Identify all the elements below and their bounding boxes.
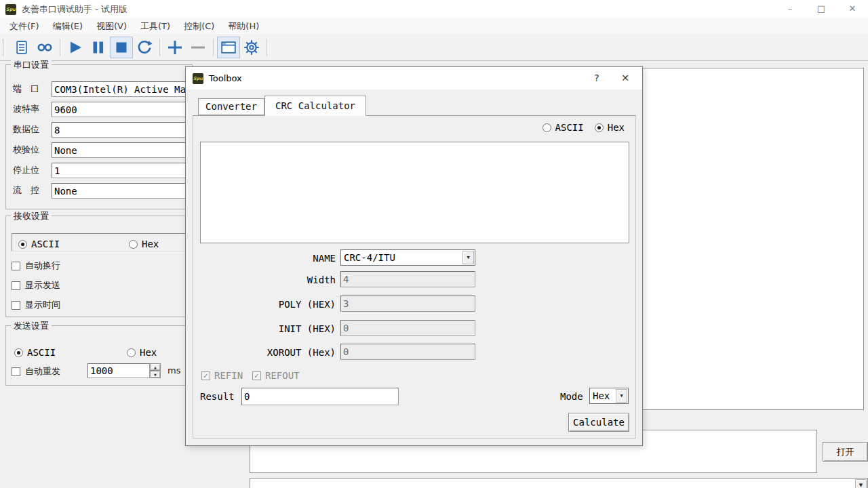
mode-combobox[interactable]: Hex ▼	[589, 388, 629, 404]
checkbox-icon: ✓	[252, 371, 261, 380]
menu-view[interactable]: 视图(V)	[90, 20, 134, 33]
parity-label: 校验位	[13, 144, 39, 156]
pause-icon	[90, 39, 106, 56]
open-button[interactable]: 打开	[823, 442, 868, 462]
settings-button[interactable]	[241, 37, 262, 58]
checkbox-icon: ✓	[12, 367, 20, 376]
show-send-checkbox[interactable]: ✓ 显示发送	[12, 279, 60, 291]
stop-button[interactable]	[111, 37, 132, 58]
spin-down-button[interactable]: ▼	[150, 371, 161, 378]
zoom-out-button[interactable]	[187, 37, 209, 58]
play-button[interactable]	[64, 37, 86, 58]
stopbits-field[interactable]	[52, 163, 191, 178]
init-field	[340, 320, 475, 336]
send-history-combobox[interactable]: ▼	[250, 478, 868, 488]
record-button[interactable]	[34, 37, 56, 58]
refresh-button[interactable]	[134, 37, 155, 58]
play-icon	[67, 39, 83, 56]
receive-ascii-label: ASCII	[31, 239, 60, 249]
app-window: Spu 友善串口调试助手 - 试用版 – □ ✕ 文件(F) 编辑(E) 视图(…	[0, 0, 868, 488]
baudrate-field[interactable]	[52, 102, 191, 117]
interval-unit-label: ms	[167, 365, 180, 375]
refin-label: REFIN	[214, 370, 243, 381]
tab-crc-calculator[interactable]: CRC Calculator	[264, 96, 366, 116]
auto-resend-label: 自动重发	[25, 365, 60, 378]
toolbox-title: Toolbox	[209, 73, 242, 83]
receive-hex-radio[interactable]: Hex	[129, 239, 159, 249]
toolbox-icon: Spu	[193, 73, 203, 84]
name-label: NAME	[200, 253, 336, 264]
pause-button[interactable]	[87, 37, 109, 58]
radio-icon	[18, 240, 27, 249]
menubar: 文件(F) 编辑(E) 视图(V) 工具(T) 控制(C) 帮助(H)	[0, 18, 868, 34]
checkbox-icon: ✓	[12, 281, 20, 290]
auto-resend-checkbox[interactable]: ✓ 自动重发	[12, 365, 60, 378]
window-title: 友善串口调试助手 - 试用版	[22, 3, 127, 16]
poly-field	[340, 296, 475, 312]
zoom-in-button[interactable]	[164, 37, 186, 58]
crc-name-value: CRC-4/ITU	[344, 252, 395, 263]
toolbox-dialog: Spu Toolbox ? ✕ Converter CRC Calculator…	[185, 66, 643, 446]
menu-edit[interactable]: 编辑(E)	[46, 20, 90, 33]
width-label: Width	[200, 274, 336, 285]
menu-help[interactable]: 帮助(H)	[221, 20, 266, 33]
send-ascii-radio[interactable]: ASCII	[14, 347, 56, 358]
crc-name-combobox[interactable]: CRC-4/ITU ▼	[340, 249, 475, 266]
crc-ascii-radio[interactable]: ASCII	[542, 122, 584, 133]
mode-label: Mode	[560, 391, 583, 402]
crc-hex-radio[interactable]: Hex	[595, 122, 625, 133]
send-hex-radio[interactable]: Hex	[127, 347, 157, 358]
plus-icon	[166, 39, 184, 56]
radio-icon	[595, 123, 604, 132]
toolbar-grip-handle[interactable]	[3, 39, 5, 56]
radio-icon	[14, 348, 23, 357]
refresh-icon	[136, 39, 153, 56]
new-document-icon	[14, 39, 30, 56]
parity-field[interactable]	[52, 142, 191, 158]
xorout-label: XOROUT (Hex)	[200, 347, 336, 358]
receive-hex-label: Hex	[142, 239, 159, 249]
combo-dropdown-button[interactable]: ▼	[616, 389, 627, 403]
flowcontrol-field[interactable]	[52, 183, 191, 199]
close-button[interactable]: ✕	[837, 0, 868, 18]
checkbox-icon: ✓	[12, 262, 20, 270]
spin-up-button[interactable]: ▲	[150, 363, 161, 371]
receive-mode-panel: ASCII Hex	[12, 233, 188, 251]
receive-settings-title: 接收设置	[11, 210, 52, 222]
menu-control[interactable]: 控制(C)	[177, 20, 221, 33]
show-send-label: 显示发送	[25, 279, 60, 291]
maximize-button[interactable]: □	[806, 0, 837, 18]
send-settings-group: 发送设置 ASCII Hex ✓ 自动重发 ▲ ▼ ms	[5, 325, 193, 386]
combo-dropdown-button[interactable]: ▼	[855, 479, 867, 488]
dialog-help-button[interactable]: ?	[583, 67, 611, 89]
resend-interval-field[interactable]	[87, 363, 150, 378]
autowrap-checkbox[interactable]: ✓ 自动换行	[12, 260, 60, 272]
init-label: INIT (HEX)	[200, 323, 336, 334]
port-field[interactable]	[52, 81, 191, 97]
menu-file[interactable]: 文件(F)	[3, 20, 46, 33]
port-label: 端 口	[13, 83, 39, 95]
stop-icon	[113, 39, 130, 56]
calculate-button[interactable]: Calculate	[568, 413, 629, 432]
panel-layout-icon	[220, 39, 237, 56]
poly-label: POLY (HEX)	[200, 299, 336, 310]
checkbox-icon: ✓	[12, 301, 20, 310]
databits-label: 数据位	[13, 123, 39, 136]
result-label: Result	[200, 391, 235, 402]
receive-ascii-radio[interactable]: ASCII	[18, 239, 60, 249]
toolbox-titlebar: Spu Toolbox ? ✕	[186, 67, 642, 89]
show-time-checkbox[interactable]: ✓ 显示时间	[12, 299, 60, 311]
crc-input-textarea[interactable]	[200, 142, 629, 243]
interval-spinner[interactable]: ▲ ▼	[150, 363, 161, 378]
result-field[interactable]	[241, 388, 399, 405]
panel-layout-button[interactable]	[218, 37, 239, 58]
width-field	[340, 271, 475, 287]
minimize-button[interactable]: –	[774, 0, 806, 18]
dialog-close-button[interactable]: ✕	[611, 67, 639, 89]
menu-tools[interactable]: 工具(T)	[134, 20, 177, 33]
databits-field[interactable]	[52, 122, 191, 138]
combo-dropdown-button[interactable]: ▼	[462, 251, 474, 264]
autowrap-label: 自动换行	[25, 260, 60, 272]
new-document-button[interactable]	[11, 37, 33, 58]
tab-converter[interactable]: Converter	[198, 98, 264, 115]
